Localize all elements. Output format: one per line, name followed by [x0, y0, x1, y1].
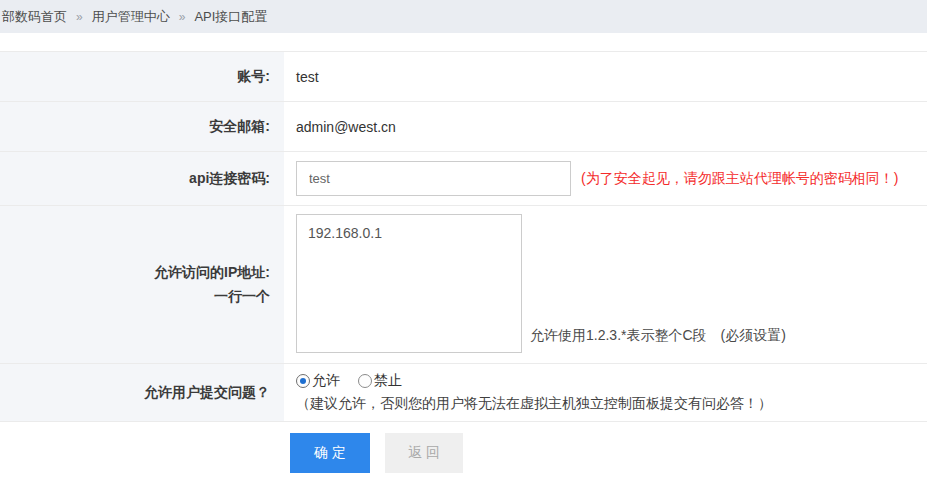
form-row-allowed-ips: 允许访问的IP地址: 一行一个 192.168.0.1 允许使用1.2.3.*表…	[0, 206, 927, 364]
radio-selected-icon[interactable]	[296, 374, 310, 388]
api-config-page: 部数码首页 » 用户管理中心 » API接口配置 账号: test 安全邮箱: …	[0, 0, 927, 479]
allowed-ips-label-line1: 允许访问的IP地址:	[154, 261, 270, 285]
api-password-input[interactable]	[296, 161, 571, 196]
account-value: test	[284, 52, 927, 101]
allowed-ips-wrap: 192.168.0.1 允许使用1.2.3.*表示整个C段 (必须设置)	[296, 214, 786, 353]
allowed-ips-label-line2: 一行一个	[214, 285, 270, 309]
api-password-label: api连接密码:	[0, 152, 284, 205]
allow-questions-radio-group: 允许 禁止	[296, 372, 402, 390]
form-row-api-password: api连接密码: (为了安全起见，请勿跟主站代理帐号的密码相同！)	[0, 152, 927, 206]
api-config-form: 账号: test 安全邮箱: admin@west.cn api连接密码: (为…	[0, 51, 927, 422]
back-button[interactable]: 返 回	[385, 433, 463, 473]
form-row-allow-questions: 允许用户提交问题？ 允许 禁止 （建议允许，否则您的用户将无法在虚拟主机独立控制…	[0, 364, 927, 422]
api-password-label-text: api连接密码:	[189, 167, 270, 191]
breadcrumb-item-api-config: API接口配置	[194, 8, 267, 26]
email-label: 安全邮箱:	[0, 102, 284, 151]
account-label: 账号:	[0, 52, 284, 101]
account-value-text: test	[296, 69, 319, 85]
email-value-text: admin@west.cn	[296, 119, 396, 135]
radio-unselected-icon[interactable]	[358, 374, 372, 388]
radio-option-allow[interactable]: 允许	[296, 372, 340, 390]
form-row-email: 安全邮箱: admin@west.cn	[0, 102, 927, 152]
api-password-value: (为了安全起见，请勿跟主站代理帐号的密码相同！)	[284, 152, 927, 205]
radio-option-deny[interactable]: 禁止	[358, 372, 402, 390]
confirm-button[interactable]: 确 定	[290, 433, 370, 473]
allowed-ips-label: 允许访问的IP地址: 一行一个	[0, 206, 284, 363]
form-actions: 确 定 返 回	[0, 422, 927, 473]
allowed-ips-hint: 允许使用1.2.3.*表示整个C段 (必须设置)	[530, 327, 786, 353]
radio-allow-label: 允许	[312, 372, 340, 390]
form-row-account: 账号: test	[0, 52, 927, 102]
allow-questions-hint: （建议允许，否则您的用户将无法在虚拟主机独立控制面板提交有问必答！）	[296, 395, 772, 413]
spacer	[0, 33, 927, 51]
breadcrumb-item-home[interactable]: 部数码首页	[2, 8, 67, 26]
allow-questions-label-text: 允许用户提交问题？	[144, 381, 270, 405]
breadcrumb-item-user-center[interactable]: 用户管理中心	[92, 8, 170, 26]
email-value: admin@west.cn	[284, 102, 927, 151]
api-password-warning: (为了安全起见，请勿跟主站代理帐号的密码相同！)	[581, 170, 898, 188]
allow-questions-label: 允许用户提交问题？	[0, 364, 284, 421]
radio-deny-label: 禁止	[374, 372, 402, 390]
breadcrumb-separator-icon: »	[76, 10, 83, 24]
breadcrumb-separator-icon: »	[179, 10, 186, 24]
allow-questions-value: 允许 禁止 （建议允许，否则您的用户将无法在虚拟主机独立控制面板提交有问必答！）	[284, 364, 927, 421]
email-label-text: 安全邮箱:	[209, 115, 270, 139]
account-label-text: 账号:	[237, 65, 270, 89]
allowed-ips-value: 192.168.0.1 允许使用1.2.3.*表示整个C段 (必须设置)	[284, 206, 927, 363]
allowed-ips-textarea[interactable]: 192.168.0.1	[296, 214, 522, 353]
breadcrumb: 部数码首页 » 用户管理中心 » API接口配置	[0, 0, 927, 33]
